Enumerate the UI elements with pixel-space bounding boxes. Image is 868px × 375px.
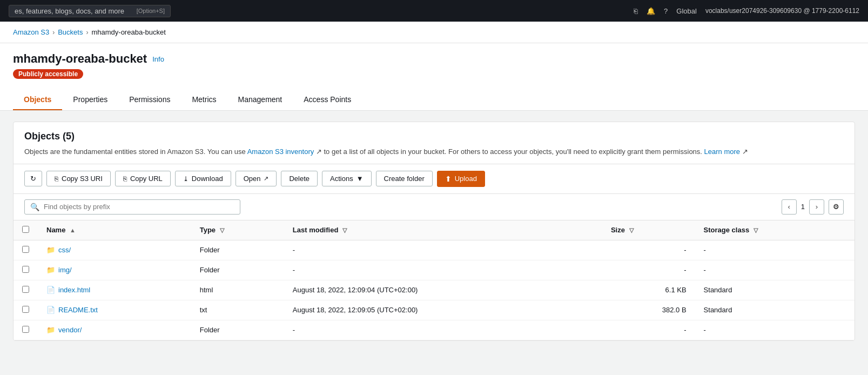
copy-s3-icon: ⎘: [55, 175, 58, 183]
table-row: 📁img/Folder---: [14, 260, 854, 280]
col-type[interactable]: Type ▽: [191, 220, 284, 240]
create-folder-label: Create folder: [384, 175, 425, 183]
global-search-bar[interactable]: es, features, blogs, docs, and more [Opt…: [9, 5, 171, 17]
folder-icon: 📁: [46, 266, 55, 274]
row-checkbox-cell: [14, 240, 38, 260]
row-checkbox-cell: [14, 300, 38, 320]
row-name-link[interactable]: vendor/: [58, 326, 82, 334]
row-name-link[interactable]: README.txt: [58, 306, 98, 314]
row-type-cell: Folder: [191, 320, 284, 340]
open-external-icon: ↗: [264, 175, 268, 182]
type-sort-icon: ▽: [220, 227, 224, 233]
select-all-header: [14, 220, 38, 240]
search-input-wrap[interactable]: 🔍: [24, 199, 240, 215]
row-size-cell: -: [602, 260, 695, 280]
tab-management[interactable]: Management: [227, 90, 293, 110]
actions-button[interactable]: Actions ▼: [322, 171, 372, 186]
row-name-cell: 📁css/: [38, 240, 191, 260]
last-modified-sort-icon: ▽: [342, 227, 347, 233]
tab-permissions[interactable]: Permissions: [118, 90, 181, 110]
col-size-label: Size: [611, 226, 625, 234]
table-settings-button[interactable]: ⚙: [829, 199, 844, 215]
row-type-cell: Folder: [191, 240, 284, 260]
bell-icon[interactable]: 🔔: [647, 7, 655, 15]
s3-inventory-link[interactable]: Amazon S3 inventory: [247, 148, 314, 156]
copy-url-button[interactable]: ⎘ Copy URL: [115, 171, 171, 186]
download-label: Download: [192, 175, 223, 183]
row-name-link[interactable]: img/: [58, 266, 72, 274]
col-name[interactable]: Name ▲: [38, 220, 191, 240]
col-size[interactable]: Size ▽: [602, 220, 695, 240]
select-all-checkbox[interactable]: [22, 226, 29, 233]
tabs-bar: Objects Properties Permissions Metrics M…: [13, 90, 855, 110]
row-storage-class-cell: -: [695, 320, 854, 340]
row-storage-class-cell: Standard: [695, 300, 854, 320]
search-row: 🔍 ‹ 1 › ⚙: [14, 194, 854, 220]
terminal-icon[interactable]: ⎗: [634, 7, 638, 15]
row-size-cell: 6.1 KB: [602, 280, 695, 300]
row-checkbox[interactable]: [22, 306, 29, 313]
col-storage-class-label: Storage class: [704, 226, 750, 234]
file-icon: 📄: [46, 286, 55, 294]
row-checkbox[interactable]: [22, 326, 29, 333]
objects-desc-text2: to get a list of all objects in your buc…: [324, 148, 702, 156]
row-checkbox[interactable]: [22, 266, 29, 273]
objects-desc-text1: Objects are the fundamental entities sto…: [24, 148, 246, 156]
tab-properties[interactable]: Properties: [62, 90, 118, 110]
folder-icon: 📁: [46, 246, 55, 254]
table-row: 📁css/Folder---: [14, 240, 854, 260]
info-link[interactable]: Info: [152, 55, 164, 63]
copy-s3-uri-button[interactable]: ⎘ Copy S3 URI: [46, 171, 111, 186]
next-page-button[interactable]: ›: [809, 199, 824, 215]
download-icon: ⤓: [183, 175, 189, 183]
actions-chevron-icon: ▼: [356, 175, 364, 183]
col-storage-class[interactable]: Storage class ▽: [695, 220, 854, 240]
row-type-cell: txt: [191, 300, 284, 320]
copy-url-label: Copy URL: [130, 175, 163, 183]
upload-button[interactable]: ⬆ Upload: [437, 171, 485, 187]
actions-label: Actions: [330, 175, 353, 183]
row-name-link[interactable]: css/: [58, 246, 71, 254]
search-input[interactable]: [44, 203, 234, 211]
refresh-button[interactable]: ↻: [24, 171, 42, 186]
row-storage-class-cell: -: [695, 260, 854, 280]
row-name-link[interactable]: index.html: [58, 286, 90, 294]
row-checkbox[interactable]: [22, 246, 29, 253]
row-size-cell: -: [602, 320, 695, 340]
learn-more-link[interactable]: Learn more: [704, 148, 740, 156]
tab-metrics[interactable]: Metrics: [181, 90, 227, 110]
search-placeholder-text: es, features, blogs, docs, and more: [15, 7, 124, 15]
bucket-title-row: mhamdy-oreaba-bucket Info: [13, 52, 855, 66]
create-folder-button[interactable]: Create folder: [376, 171, 433, 186]
breadcrumb-sep-2: ›: [86, 29, 88, 36]
table-row: 📄index.htmlhtmlAugust 18, 2022, 12:09:04…: [14, 280, 854, 300]
prev-page-button[interactable]: ‹: [782, 199, 797, 215]
tab-objects[interactable]: Objects: [13, 90, 62, 110]
row-name-cell: 📁img/: [38, 260, 191, 280]
row-last-modified-cell: August 18, 2022, 12:09:05 (UTC+02:00): [284, 300, 602, 320]
objects-table: Name ▲ Type ▽ Last modified ▽ Size ▽: [14, 220, 854, 340]
breadcrumb-buckets-link[interactable]: Buckets: [58, 28, 83, 36]
nav-left: es, features, blogs, docs, and more [Opt…: [9, 5, 171, 17]
search-shortcut: [Option+S]: [137, 8, 165, 14]
open-button[interactable]: Open ↗: [235, 171, 277, 186]
folder-icon: 📁: [46, 326, 55, 334]
row-checkbox-cell: [14, 260, 38, 280]
top-navigation: es, features, blogs, docs, and more [Opt…: [0, 0, 868, 22]
col-last-modified[interactable]: Last modified ▽: [284, 220, 602, 240]
row-checkbox[interactable]: [22, 286, 29, 293]
delete-button[interactable]: Delete: [281, 171, 318, 186]
global-selector[interactable]: Global: [676, 7, 697, 15]
help-icon[interactable]: ?: [664, 7, 668, 15]
breadcrumb: Amazon S3 › Buckets › mhamdy-oreaba-buck…: [0, 22, 868, 43]
breadcrumb-s3-link[interactable]: Amazon S3: [13, 28, 49, 36]
page-number: 1: [801, 203, 805, 211]
page-header: mhamdy-oreaba-bucket Info Publicly acces…: [0, 43, 868, 111]
open-label: Open: [244, 175, 261, 183]
row-size-cell: -: [602, 240, 695, 260]
row-checkbox-cell: [14, 320, 38, 340]
tab-access-points[interactable]: Access Points: [293, 90, 362, 110]
file-icon: 📄: [46, 306, 55, 314]
download-button[interactable]: ⤓ Download: [175, 171, 231, 186]
col-name-label: Name: [46, 226, 65, 234]
